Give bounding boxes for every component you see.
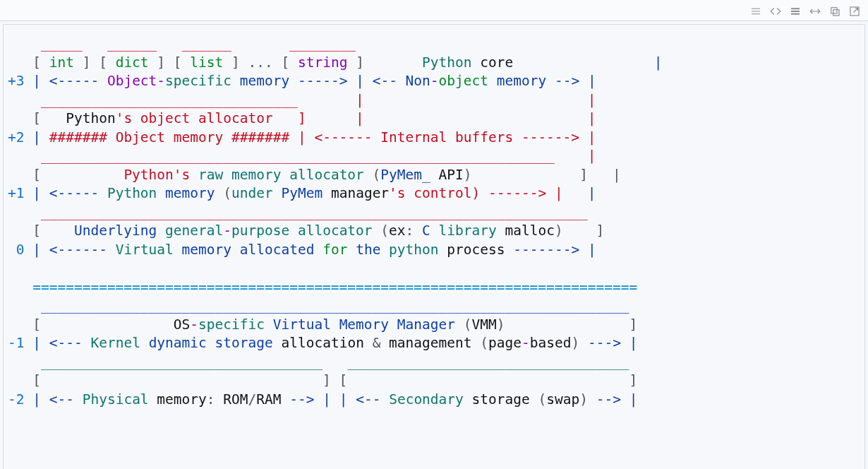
tok: Virtual Memory Manager [265,316,464,333]
tok: -2 [8,391,24,408]
tok: Secondary [380,391,463,408]
tok: | [24,335,49,351]
tok: | [571,185,596,201]
tok: VMM [471,316,496,333]
tok: string [298,54,347,71]
tok: - [430,73,439,89]
code-icon[interactable] [768,4,783,19]
tok: ------ [57,242,107,258]
tok: | [24,185,49,201]
tok: ####### Object memory ####### | <------ … [49,129,596,146]
code-line: __________________________________ _____… [8,354,629,370]
tok: 's control) ------> | [389,185,571,201]
tok: --> [596,391,621,408]
tok: Python [66,110,115,126]
tok: ] [ [149,54,191,71]
tok: Virtual [107,242,174,258]
tok: swap [546,391,579,408]
tok: : [406,222,414,239]
popout-icon[interactable] [847,4,862,19]
tok: specific [165,73,231,89]
tok: memory [488,73,555,89]
tok: --> [289,391,314,408]
tok: PyMem [273,185,323,201]
tok: memory [149,391,207,408]
tok: raw memory allocator [190,167,364,183]
code-line: ________________________________________… [8,204,588,220]
tok: memory [231,73,298,89]
hamburger-icon[interactable] [748,4,764,19]
code-line: ========================================… [8,279,637,295]
tok: under [231,185,273,201]
tok: ] [347,54,422,71]
tok: Kernel [83,335,140,351]
tok: management [380,335,480,351]
tok: python [380,242,438,258]
code-line: _______________________________ | | [8,92,596,108]
tok: - [223,222,231,239]
tok: Physical [74,391,149,408]
tok: ----- [57,73,99,89]
copy-icon[interactable] [827,4,843,19]
tok: Non [397,73,430,89]
tok: process [439,242,514,258]
code-line: _____ ______ ______ ________ [8,35,356,52]
tok: / [248,391,257,408]
tok: - [157,73,165,89]
tok: | [24,242,49,258]
tok: < [49,335,58,351]
tok: ) ] [497,316,638,333]
tok: malloc [497,222,555,239]
tok: | [24,129,49,146]
tok: ) ] | [464,167,621,183]
tok: memory allocated [174,242,323,258]
tok: ----- [57,185,99,201]
tok: ( [480,335,488,351]
tok: [ [8,54,49,71]
tok: [ [273,54,298,71]
tok: | [579,242,596,258]
tok: & [373,335,381,351]
tok: library [430,222,497,239]
tok: < [49,73,58,89]
tok: | [24,391,49,408]
tok: Object [99,73,157,89]
tok: ( [223,185,231,201]
tok: | | [314,391,356,408]
tok: | [621,391,637,408]
tok: general [157,222,223,239]
code-viewer: _____ ______ ______ ________ [ int ] [ d… [3,24,865,469]
tok: [ [8,167,123,183]
tok: ( [364,167,380,183]
tok: ex [389,222,405,239]
stack-icon[interactable] [788,4,803,19]
tok: int [49,54,74,71]
tok: 0 [8,242,24,258]
tok: [ [8,110,66,126]
tok: | [24,73,49,89]
viewer-toolbar [0,0,868,21]
tok: < [373,73,381,89]
tok: ) ] [555,222,604,239]
tok: -----> [298,73,347,89]
tok: API [430,167,464,183]
expand-horizontal-icon[interactable] [807,4,823,19]
tok: ( [538,391,547,408]
tok: purpose [231,222,289,239]
tok: core [472,54,514,71]
tok: - [190,316,198,333]
tok: Python [99,185,157,201]
tok: -------> [513,242,579,258]
tok: OS [174,316,190,333]
tok: | [513,54,662,71]
svg-rect-1 [833,9,839,15]
tok: -- [380,73,397,89]
tok: < [49,242,58,258]
tok: 's [174,167,190,183]
tok: based [530,335,572,351]
tok: --> [555,73,579,89]
tok: page [488,335,522,351]
tok: ( [464,316,472,333]
svg-rect-0 [831,7,837,13]
tok: RAM [256,391,289,408]
